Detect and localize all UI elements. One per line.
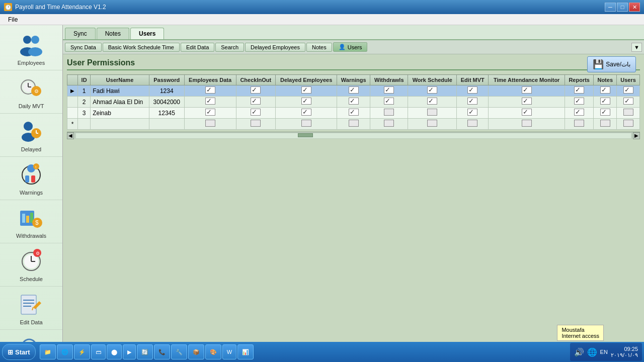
sidebar-item-withdrawals[interactable]: $ Withdrawals	[0, 200, 62, 243]
checkbox-withdrawls[interactable]	[384, 86, 394, 94]
taskbar-item-chrome[interactable]: ⬤	[107, 344, 122, 359]
checkbox-reports[interactable]	[574, 109, 584, 116]
close-button[interactable]: ✕	[629, 3, 640, 12]
cell-reports[interactable]	[565, 85, 594, 97]
search-button[interactable]: Search	[215, 43, 244, 52]
new-checkbox-edit_mvt[interactable]	[467, 120, 477, 127]
sync-data-button[interactable]: Sync Data	[65, 43, 102, 52]
checkbox-warnings[interactable]	[349, 86, 359, 94]
scroll-right-button[interactable]: ▶	[633, 132, 640, 139]
taskbar-item-db[interactable]: 🗃	[91, 344, 106, 359]
checkbox-notes[interactable]	[600, 98, 610, 105]
cell-delayed_employees[interactable]	[276, 85, 337, 97]
cell-employees_data[interactable]	[184, 108, 236, 119]
cell-delayed_employees[interactable]	[276, 108, 337, 119]
checkbox-delayed_employees[interactable]	[301, 109, 311, 116]
new-checkbox-employees_data[interactable]	[205, 120, 215, 127]
taskbar-item-tool4[interactable]: 🎨	[205, 344, 221, 359]
checkbox-checkinout[interactable]	[251, 109, 261, 116]
sidebar-item-employees[interactable]: Employees	[0, 27, 62, 70]
new-cell-employees_data[interactable]	[184, 119, 236, 130]
taskbar-item-tool2[interactable]: 🔧	[171, 344, 187, 359]
save-button[interactable]: 💾 Save/بات	[587, 56, 636, 72]
cell-checkinout[interactable]	[236, 97, 276, 108]
cell-edit_mvt[interactable]	[457, 97, 489, 108]
cell-reports[interactable]	[565, 97, 594, 108]
sidebar-item-warnings[interactable]: ! Warnings	[0, 157, 62, 200]
checkbox-edit_mvt[interactable]	[467, 86, 477, 94]
new-cell-withdrawls[interactable]	[370, 119, 408, 130]
checkbox-checkinout[interactable]	[251, 98, 261, 105]
taskbar-item-file-manager[interactable]: 📁	[40, 344, 56, 359]
new-checkbox-checkinout[interactable]	[251, 120, 261, 127]
minimize-button[interactable]: ─	[605, 3, 616, 12]
checkbox-edit_mvt[interactable]	[467, 98, 477, 105]
tab-sync[interactable]: Sync	[65, 28, 96, 39]
cell-withdrawls[interactable]	[370, 85, 408, 97]
sidebar-item-schedule[interactable]: ⚙ Schedule	[0, 243, 62, 287]
checkbox-employees_data[interactable]	[205, 86, 215, 94]
checkbox-withdrawls[interactable]	[384, 109, 394, 116]
cell-time_attendance[interactable]	[489, 108, 565, 119]
start-button[interactable]: ⊞ Start	[2, 344, 36, 360]
cell-users_col[interactable]	[617, 97, 640, 108]
new-checkbox-withdrawls[interactable]	[384, 120, 394, 127]
scroll-thumb[interactable]	[298, 133, 313, 137]
cell-work_schedule[interactable]	[408, 85, 457, 97]
checkbox-work_schedule[interactable]	[427, 109, 437, 116]
taskbar-item-tool3[interactable]: 📦	[188, 344, 204, 359]
tray-icon-1[interactable]: 🔊	[574, 347, 584, 357]
table-row[interactable]: 2Ahmad Alaa El Din30042000	[67, 97, 640, 108]
edit-data-button[interactable]: Edit Data	[181, 43, 214, 52]
new-cell-checkinout[interactable]	[236, 119, 276, 130]
taskbar-item-tool1[interactable]: 🔄	[137, 344, 153, 359]
table-row[interactable]: 3Zeinab12345	[67, 108, 640, 119]
new-checkbox-users_col[interactable]	[623, 120, 633, 127]
cell-work_schedule[interactable]	[408, 108, 457, 119]
cell-warnings[interactable]	[337, 108, 370, 119]
checkbox-time_attendance[interactable]	[522, 86, 532, 94]
new-checkbox-time_attendance[interactable]	[522, 120, 532, 127]
checkbox-users_col[interactable]	[623, 86, 633, 94]
cell-edit_mvt[interactable]	[457, 85, 489, 97]
new-cell-warnings[interactable]	[337, 119, 370, 130]
new-cell-work_schedule[interactable]	[408, 119, 457, 130]
new-cell-notes[interactable]	[594, 119, 617, 130]
checkbox-delayed_employees[interactable]	[301, 86, 311, 94]
cell-notes[interactable]	[594, 108, 617, 119]
cell-warnings[interactable]	[337, 85, 370, 97]
checkbox-edit_mvt[interactable]	[467, 109, 477, 116]
users-toolbar-button[interactable]: 👤 Users	[333, 42, 368, 52]
cell-reports[interactable]	[565, 108, 594, 119]
checkbox-time_attendance[interactable]	[522, 98, 532, 105]
new-row[interactable]: *	[67, 119, 640, 130]
checkbox-notes[interactable]	[600, 109, 610, 116]
table-row[interactable]: ▶1Fadi Hawi1234	[67, 85, 640, 97]
cell-work_schedule[interactable]	[408, 97, 457, 108]
checkbox-reports[interactable]	[574, 98, 584, 105]
checkbox-warnings[interactable]	[349, 109, 359, 116]
tab-users[interactable]: Users	[130, 28, 164, 39]
cell-warnings[interactable]	[337, 97, 370, 108]
cell-notes[interactable]	[594, 85, 617, 97]
cell-users_col[interactable]	[617, 85, 640, 97]
taskbar-item-word[interactable]: W	[222, 344, 236, 359]
tab-notes[interactable]: Notes	[97, 28, 129, 39]
delayed-employees-button[interactable]: Delayed Employees	[245, 43, 305, 52]
checkbox-work_schedule[interactable]	[427, 86, 437, 94]
taskbar-item-vs[interactable]: ⚡	[74, 344, 90, 359]
new-checkbox-reports[interactable]	[574, 120, 584, 127]
cell-checkinout[interactable]	[236, 85, 276, 97]
cell-notes[interactable]	[594, 97, 617, 108]
sidebar-item-delayed[interactable]: Delayed	[0, 114, 62, 157]
scroll-left-button[interactable]: ◀	[67, 132, 74, 139]
language-indicator[interactable]: EN	[600, 349, 608, 355]
taskbar-item-ppt[interactable]: 📊	[237, 344, 254, 359]
cell-checkinout[interactable]	[236, 108, 276, 119]
checkbox-delayed_employees[interactable]	[301, 98, 311, 105]
new-cell-delayed_employees[interactable]	[276, 119, 337, 130]
new-cell-edit_mvt[interactable]	[457, 119, 489, 130]
horizontal-scrollbar[interactable]: ◀ ▶	[67, 132, 640, 139]
checkbox-warnings[interactable]	[349, 98, 359, 105]
tray-clock[interactable]: 09:25 ٢٠١٩/٠١/٠٩	[611, 346, 638, 358]
